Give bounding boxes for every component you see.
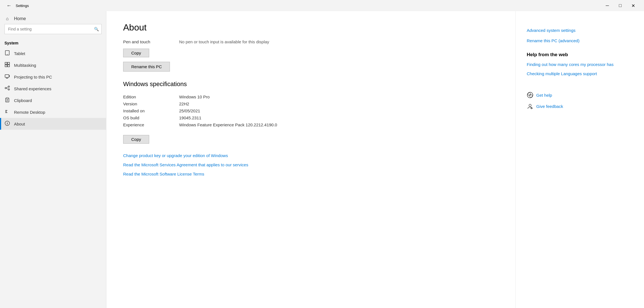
search-icon: 🔍 (94, 27, 99, 31)
sidebar-clipboard-label: Clipboard (14, 98, 32, 103)
search-container: 🔍 (4, 24, 102, 34)
spec-value-installed: 25/05/2021 (179, 108, 200, 113)
sidebar-projecting-label: Projecting to this PC (14, 75, 52, 79)
sidebar-item-shared[interactable]: Shared experiences (0, 83, 106, 94)
svg-point-10 (5, 87, 6, 89)
svg-point-29 (529, 104, 531, 106)
svg-rect-5 (8, 65, 10, 67)
multitasking-icon (4, 62, 10, 68)
svg-point-1 (7, 54, 8, 55)
spec-table: Edition Windows 10 Pro Version 22H2 Inst… (123, 93, 498, 128)
sidebar: ⌂ Home 🔍 System Tablet (0, 11, 106, 308)
projecting-icon (4, 74, 10, 80)
sidebar-item-clipboard[interactable]: Clipboard (0, 94, 106, 106)
sidebar-item-projecting[interactable]: Projecting to this PC (0, 71, 106, 83)
link-product-key[interactable]: Change product key or upgrade your editi… (123, 153, 498, 158)
search-input[interactable] (4, 24, 102, 34)
pen-touch-label: Pen and touch (123, 39, 174, 44)
spec-row-edition: Edition Windows 10 Pro (123, 93, 498, 100)
sidebar-tablet-label: Tablet (14, 51, 25, 56)
spec-row-installed: Installed on 25/05/2021 (123, 107, 498, 114)
main-content: About Pen and touch No pen or touch inpu… (106, 11, 515, 308)
sidebar-about-label: About (14, 122, 25, 126)
link-services-agreement[interactable]: Read the Microsoft Services Agreement th… (123, 162, 498, 167)
get-help-icon (527, 92, 533, 98)
windows-spec-title: Windows specifications (123, 80, 498, 88)
spec-row-osbuild: OS build 19045.2311 (123, 114, 498, 121)
sidebar-home-label: Home (14, 16, 26, 21)
help-from-web-title: Help from the web (527, 52, 633, 58)
svg-rect-16 (6, 98, 8, 99)
svg-line-13 (6, 87, 8, 88)
page-title: About (123, 22, 498, 33)
svg-rect-3 (8, 62, 10, 64)
give-feedback-label: Give feedback (536, 104, 563, 109)
svg-line-14 (6, 88, 8, 89)
spec-row-experience: Experience Windows Feature Experience Pa… (123, 121, 498, 128)
right-panel: Advanced system settings Rename this PC … (515, 11, 644, 308)
close-button[interactable]: ✕ (627, 1, 640, 10)
spec-label-osbuild: OS build (123, 115, 179, 120)
home-icon: ⌂ (4, 16, 10, 21)
spec-label-experience: Experience (123, 122, 179, 127)
svg-rect-4 (5, 65, 7, 67)
web-link-languages[interactable]: Checking multiple Languages support (527, 71, 633, 76)
back-button[interactable]: ← (4, 1, 13, 10)
pen-touch-value: No pen or touch input is available for t… (179, 39, 269, 44)
give-feedback-icon (527, 103, 533, 110)
spec-value-osbuild: 19045.2311 (179, 115, 201, 120)
advanced-system-settings-link[interactable]: Advanced system settings (527, 28, 633, 33)
svg-rect-7 (9, 75, 10, 77)
sidebar-item-home[interactable]: ⌂ Home (0, 13, 106, 24)
sidebar-item-about[interactable]: About (0, 118, 106, 130)
remote-icon (4, 109, 10, 115)
link-license-terms[interactable]: Read the Microsoft Software License Term… (123, 172, 498, 176)
shared-icon (4, 86, 10, 92)
rename-advanced-link[interactable]: Rename this PC (advanced) (527, 38, 633, 43)
copy-button-specs[interactable]: Copy (123, 135, 149, 144)
restore-button[interactable]: □ (614, 1, 627, 10)
svg-point-11 (8, 86, 10, 87)
svg-point-12 (8, 89, 10, 90)
minimize-button[interactable]: ─ (601, 1, 614, 10)
title-bar: ← Settings ─ □ ✕ (0, 0, 644, 11)
get-help-label: Get help (536, 93, 552, 98)
svg-point-25 (7, 122, 8, 123)
get-help-action[interactable]: Get help (527, 92, 633, 98)
clipboard-icon (4, 97, 10, 103)
pen-touch-row: Pen and touch No pen or touch input is a… (123, 39, 498, 44)
web-link-cores[interactable]: Finding out how many cores my processor … (527, 62, 633, 67)
spec-label-installed: Installed on (123, 108, 179, 113)
svg-point-27 (528, 93, 531, 96)
spec-label-edition: Edition (123, 94, 179, 99)
spec-value-version: 22H2 (179, 101, 189, 106)
spec-row-version: Version 22H2 (123, 100, 498, 107)
give-feedback-action[interactable]: Give feedback (527, 103, 633, 110)
sidebar-multitasking-label: Multitasking (14, 63, 36, 68)
spec-value-experience: Windows Feature Experience Pack 120.2212… (179, 122, 277, 127)
sidebar-remote-label: Remote Desktop (14, 110, 45, 115)
sidebar-shared-label: Shared experiences (14, 86, 51, 91)
rename-button[interactable]: Rename this PC (123, 62, 170, 72)
tablet-icon (4, 50, 10, 56)
copy-button-top[interactable]: Copy (123, 49, 149, 57)
app-body: ⌂ Home 🔍 System Tablet (0, 11, 644, 308)
about-icon (4, 121, 10, 127)
sidebar-item-multitasking[interactable]: Multitasking (0, 59, 106, 71)
spec-label-version: Version (123, 101, 179, 106)
sidebar-item-tablet[interactable]: Tablet (0, 48, 106, 59)
svg-rect-6 (5, 75, 9, 77)
sidebar-item-remote[interactable]: Remote Desktop (0, 106, 106, 118)
svg-rect-2 (5, 62, 7, 64)
spec-value-edition: Windows 10 Pro (179, 94, 210, 99)
sidebar-section-label: System (0, 39, 106, 48)
window-controls: ─ □ ✕ (601, 1, 640, 10)
app-title: Settings (16, 4, 601, 8)
